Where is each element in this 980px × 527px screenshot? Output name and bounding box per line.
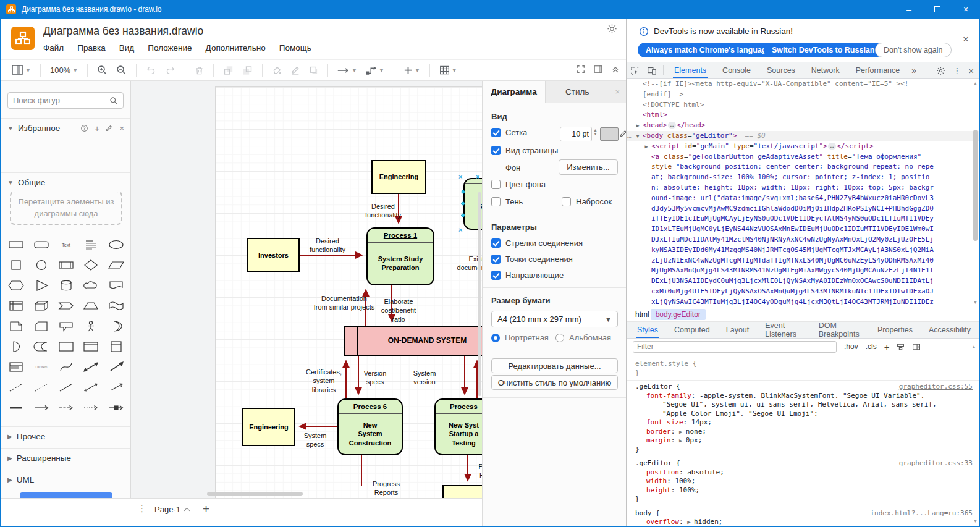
- devtools-tab-sources[interactable]: Sources: [766, 62, 796, 78]
- code-scrollbar[interactable]: [973, 130, 978, 241]
- shape-ellipse[interactable]: [104, 234, 129, 255]
- shape-circle[interactable]: [28, 255, 53, 275]
- guides-checkbox[interactable]: [491, 271, 501, 280]
- edge-label[interactable]: Existing documentat: [443, 255, 482, 272]
- theme-toggle-icon[interactable]: [607, 23, 617, 36]
- shape-triangle[interactable]: [28, 275, 53, 295]
- edge-label[interactable]: Documentation from similar projects: [301, 294, 387, 312]
- color-picker-pencil-icon[interactable]: [620, 129, 626, 137]
- devtools-menu-icon[interactable]: ⋮: [953, 66, 961, 75]
- styles-tab-properties[interactable]: Properties: [876, 322, 914, 338]
- more-tabs-icon[interactable]: »: [911, 65, 916, 75]
- devtools-tab-network[interactable]: Network: [810, 62, 841, 78]
- menu-item-6[interactable]: Помощь: [279, 43, 311, 53]
- collapse-toolbar-button[interactable]: [611, 65, 620, 76]
- connection-points-checkbox[interactable]: [491, 255, 501, 264]
- delete-button[interactable]: [195, 65, 204, 75]
- shape-search-input[interactable]: Поиск фигур: [7, 92, 124, 109]
- dont-show-again-button[interactable]: Don't show again: [875, 43, 952, 57]
- page-view-selector[interactable]: ▼: [12, 65, 31, 75]
- grid-checkbox[interactable]: [491, 128, 501, 137]
- portrait-radio[interactable]: [491, 334, 500, 342]
- redo-button[interactable]: [165, 65, 175, 75]
- devtools-tab-performance[interactable]: Performance: [855, 62, 902, 78]
- zoom-level[interactable]: 100%▼: [50, 65, 78, 75]
- edge-label[interactable]: Certificates, system libraries: [299, 368, 348, 394]
- shape-curve[interactable]: [54, 356, 78, 377]
- waypoints-button[interactable]: ▼: [366, 66, 384, 75]
- inspect-element-icon[interactable]: [630, 66, 640, 75]
- shadow-checkbox[interactable]: [491, 197, 501, 206]
- bg-color-checkbox[interactable]: [491, 180, 501, 189]
- shape-titled-container[interactable]: [78, 336, 103, 356]
- sidebar-section-favorites[interactable]: ▼ Избранное + ×: [1, 118, 130, 137]
- page-view-row[interactable]: Вид страницы: [491, 146, 558, 155]
- scroll-up-arrow[interactable]: ▲: [973, 81, 978, 86]
- styles-tab-layout[interactable]: Layout: [725, 322, 751, 338]
- shape-container[interactable]: [54, 336, 78, 356]
- stylesheet-link[interactable]: grapheditor.css:33: [899, 459, 973, 468]
- shadow-row[interactable]: Тень: [491, 197, 523, 206]
- stylesheet-link[interactable]: index.html?...Lang=ru:365: [870, 509, 973, 518]
- menu-item-3[interactable]: Вид: [119, 43, 134, 53]
- shape-text[interactable]: Text: [54, 234, 78, 255]
- landscape-radio-row[interactable]: Альбомная: [555, 333, 611, 342]
- menu-item-1[interactable]: Файл: [43, 43, 64, 53]
- fill-color-button[interactable]: [272, 65, 282, 75]
- format-panel-toggle[interactable]: [594, 65, 602, 76]
- scroll-up-arrow[interactable]: ▲: [971, 344, 976, 350]
- grid-size-input[interactable]: 10 pt: [560, 127, 592, 141]
- shape-rectangle[interactable]: [4, 234, 28, 255]
- shape-rounded-rectangle[interactable]: [28, 234, 53, 255]
- shape-actor[interactable]: [78, 316, 103, 336]
- shape-data-storage[interactable]: [28, 336, 53, 356]
- shape-dotted-line[interactable]: [28, 377, 53, 397]
- breadcrumb-html[interactable]: html: [635, 310, 649, 319]
- shape-arrow[interactable]: [104, 377, 129, 397]
- shape-vertical-container[interactable]: [104, 336, 129, 356]
- guides-row[interactable]: Направляющие: [491, 271, 564, 280]
- sidebar-section-other[interactable]: ▶ Прочее: [1, 426, 130, 445]
- edge-label[interactable]: Pro Re: [471, 462, 482, 480]
- clear-default-style-button[interactable]: Очистить стиль по умолчанию: [491, 375, 618, 390]
- scroll-down-arrow[interactable]: ▼: [973, 300, 978, 305]
- edge-label[interactable]: System specs: [290, 431, 340, 449]
- shape-arrow-right[interactable]: [28, 397, 53, 418]
- expand-arrow[interactable]: ▶: [634, 120, 641, 131]
- favorites-dropzone[interactable]: Перетащите элементы из диаграммы сюда: [10, 191, 122, 225]
- sidebar-section-uml[interactable]: ▶ UML: [1, 470, 130, 489]
- to-back-button[interactable]: [242, 65, 253, 75]
- tab-diagram[interactable]: Диаграмма: [483, 81, 546, 103]
- devtools-close-icon[interactable]: ×: [968, 65, 974, 76]
- close-icon[interactable]: ×: [119, 124, 124, 133]
- shape-directional-arrow[interactable]: [104, 356, 129, 377]
- table-button[interactable]: ▼: [439, 65, 457, 75]
- paper-size-select[interactable]: A4 (210 mm x 297 mm) ▼: [491, 311, 618, 327]
- devtools-tab-console[interactable]: Console: [721, 62, 752, 78]
- shape-link[interactable]: [4, 397, 28, 418]
- connection-arrows-row[interactable]: Стрелки соединения: [491, 238, 583, 248]
- stylesheet-link[interactable]: grapheditor.css:55: [899, 382, 973, 392]
- add-page-button[interactable]: +: [203, 502, 209, 516]
- node-process-right[interactable]: Process New Syst Startup a Testing: [434, 398, 482, 455]
- shape-labeled-arrow[interactable]: [104, 397, 129, 418]
- edge-label[interactable]: Progress Reports: [368, 479, 405, 497]
- fullscreen-button[interactable]: [577, 65, 585, 76]
- shape-tape[interactable]: [104, 295, 129, 316]
- page-tab[interactable]: Page-1: [154, 505, 189, 514]
- shape-trapezoid[interactable]: [78, 295, 103, 316]
- grid-size-stepper[interactable]: ▲▼: [593, 129, 598, 137]
- styles-tab-computed[interactable]: Computed: [673, 322, 711, 338]
- page-view-checkbox[interactable]: [491, 146, 501, 155]
- expand-arrow[interactable]: ▶: [679, 437, 686, 444]
- styles-filter-input[interactable]: Filter: [633, 341, 837, 353]
- devtools-tab-elements[interactable]: Elements: [673, 62, 708, 78]
- node-on-demand-system[interactable]: ON-DEMAND SYSTEM: [344, 326, 482, 356]
- menu-item-5[interactable]: Дополнительно: [206, 43, 266, 53]
- canvas-vertical-scrollbar[interactable]: [478, 192, 481, 396]
- edit-pencil-icon[interactable]: [106, 124, 113, 132]
- shape-list[interactable]: [4, 356, 28, 377]
- edge-label[interactable]: Desired functionality: [358, 202, 408, 220]
- node-engineering-1[interactable]: Engineering: [371, 160, 426, 194]
- portrait-radio-row[interactable]: Портретная: [491, 333, 549, 342]
